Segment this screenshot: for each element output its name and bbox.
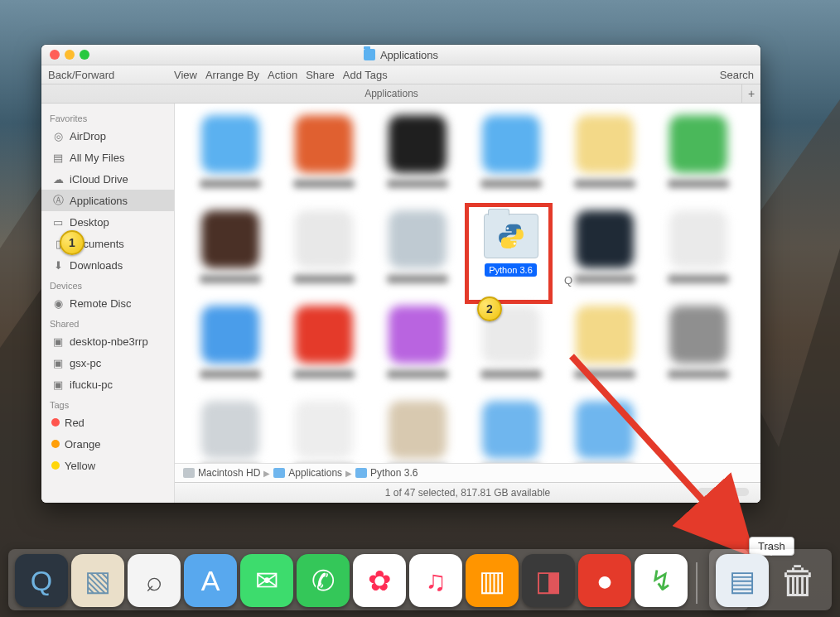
dock-item-screen-recorder[interactable]: ● — [578, 554, 631, 607]
sidebar-item-downloads[interactable]: ⬇Downloads — [41, 254, 174, 276]
app-item-blurred[interactable] — [651, 302, 745, 398]
titlebar[interactable]: Applications — [41, 45, 760, 65]
blurred-app-label — [668, 370, 729, 378]
app-item-blurred[interactable] — [370, 398, 464, 463]
sidebar-item-label: desktop-nbe3rrp — [70, 335, 148, 348]
sidebar-item-shared-pc[interactable]: ▣desktop-nbe3rrp — [41, 330, 174, 352]
blurred-app-icon — [295, 306, 353, 364]
minimize-button[interactable] — [65, 50, 75, 60]
zoom-knob[interactable] — [712, 485, 727, 500]
maximize-button[interactable] — [80, 50, 89, 60]
svg-point-5 — [506, 227, 509, 229]
sidebar-item-label: All My Files — [70, 152, 124, 164]
dock-item-photos-stack[interactable]: ▧ — [71, 554, 124, 607]
back-forward-button[interactable]: Back/Forward — [48, 69, 114, 81]
dock-item-itunes[interactable]: ♫ — [409, 554, 462, 607]
dock-item-photos[interactable]: ✿ — [353, 554, 406, 607]
app-item-blurred[interactable] — [183, 302, 277, 398]
blurred-app-label — [387, 275, 448, 283]
sidebar-item-tag-orange[interactable]: Orange — [41, 433, 174, 455]
app-item-blurred[interactable] — [464, 302, 558, 398]
path-segment[interactable]: Applications — [288, 467, 342, 479]
app-item-blurred[interactable] — [464, 112, 558, 207]
dock-item-messages[interactable]: ✉ — [240, 554, 293, 607]
sidebar-item-shared-pc[interactable]: ▣ifucku-pc — [41, 374, 174, 395]
dock-item-ibooks[interactable]: ▥ — [466, 554, 519, 607]
app-item-blurred[interactable] — [277, 302, 370, 398]
blurred-app-icon — [389, 401, 447, 459]
app-item-blurred[interactable] — [370, 112, 464, 207]
icon-grid[interactable]: Python 3.6Q — [175, 104, 760, 463]
sidebar-item-all-my-files[interactable]: ▤All My Files — [41, 147, 174, 168]
blurred-app-label — [574, 370, 635, 378]
search-button[interactable]: Search — [720, 69, 754, 81]
sidebar-item-tag-yellow[interactable]: Yellow — [41, 455, 174, 476]
blurred-app-label — [574, 180, 635, 188]
blurred-app-icon — [576, 210, 634, 268]
dock-item-trash[interactable]: 🗑 — [772, 554, 825, 607]
app-item-blurred[interactable] — [183, 398, 277, 463]
arrange-by-button[interactable]: Arrange By — [205, 69, 259, 81]
app-item-python[interactable]: Python 3.6 — [464, 207, 558, 302]
blurred-app-icon — [669, 306, 727, 364]
sidebar-item-tag-red[interactable]: Red — [41, 412, 174, 433]
close-button[interactable] — [50, 50, 60, 60]
dock-item-uninstaller[interactable]: ↯ — [635, 554, 688, 607]
app-item-blurred[interactable] — [558, 207, 651, 302]
tab-applications[interactable]: Applications — [41, 88, 741, 99]
app-item-blurred[interactable] — [183, 207, 277, 302]
blurred-app-label — [668, 180, 729, 188]
view-button[interactable]: View — [174, 69, 197, 81]
blurred-app-label — [293, 370, 355, 378]
app-item-blurred[interactable] — [651, 112, 745, 207]
blurred-app-label — [293, 275, 355, 283]
app-item-blurred[interactable] — [558, 112, 651, 207]
svg-point-6 — [513, 243, 515, 245]
app-item-blurred[interactable] — [277, 207, 370, 302]
app-item-blurred[interactable] — [370, 302, 464, 398]
sidebar-item-remote-disc[interactable]: ◉Remote Disc — [41, 292, 174, 314]
sidebar-item-applications[interactable]: ⒶApplications — [41, 190, 174, 211]
dock-item-preview-pdf[interactable]: ⌕ — [128, 554, 181, 607]
blurred-app-label — [387, 370, 448, 378]
dock-item-xcode[interactable]: A — [184, 554, 237, 607]
sidebar-item-label: AirDrop — [70, 130, 106, 142]
finder-window: Applications Back/Forward View Arrange B… — [41, 45, 760, 503]
dock-item-photo-booth[interactable]: ◨ — [522, 554, 575, 607]
blurred-app-icon — [669, 210, 727, 268]
app-item-blurred[interactable] — [558, 398, 651, 463]
blurred-app-label — [574, 275, 635, 283]
dock-item-downloads-stack[interactable]: ▤ — [716, 554, 769, 607]
new-tab-button[interactable]: + — [741, 84, 760, 103]
dock-right: ▤🗑 — [709, 549, 832, 610]
app-item-blurred[interactable] — [370, 207, 464, 302]
dock-item-facetime[interactable]: ✆ — [297, 554, 350, 607]
share-button[interactable]: Share — [306, 69, 335, 81]
annotation-badge-2: 2 — [477, 296, 502, 321]
action-button[interactable]: Action — [268, 69, 297, 81]
app-item-blurred[interactable] — [464, 398, 558, 463]
blurred-app-icon — [482, 115, 540, 173]
sidebar-item-shared-pc[interactable]: ▣gsx-pc — [41, 352, 174, 374]
sidebar-item-desktop[interactable]: ▭Desktop — [41, 211, 174, 233]
blurred-app-icon — [201, 401, 259, 459]
blurred-app-icon — [389, 210, 447, 268]
sidebar-header-tags: Tags — [41, 398, 174, 412]
zoom-slider[interactable] — [698, 488, 749, 496]
sidebar-item-icloud-drive[interactable]: ☁iCloud Drive — [41, 168, 174, 190]
add-tags-button[interactable]: Add Tags — [343, 69, 388, 81]
desktop-background: Applications Back/Forward View Arrange B… — [0, 0, 840, 617]
app-item-blurred[interactable] — [558, 302, 651, 398]
app-item-blurred[interactable] — [277, 398, 370, 463]
path-segment[interactable]: Macintosh HD — [198, 467, 260, 479]
app-item-blurred[interactable] — [183, 112, 277, 207]
blurred-app-label — [480, 180, 542, 188]
sidebar-item-label: Downloads — [70, 259, 123, 272]
app-item-blurred[interactable] — [651, 207, 745, 302]
status-text: 1 of 47 selected, 817.81 GB available — [385, 487, 550, 499]
sidebar-item-airdrop[interactable]: ◎AirDrop — [41, 125, 174, 147]
dock-item-quicktime[interactable]: Q — [15, 554, 68, 607]
folder-icon — [273, 468, 285, 478]
path-segment[interactable]: Python 3.6 — [370, 467, 418, 479]
app-item-blurred[interactable] — [277, 112, 370, 207]
